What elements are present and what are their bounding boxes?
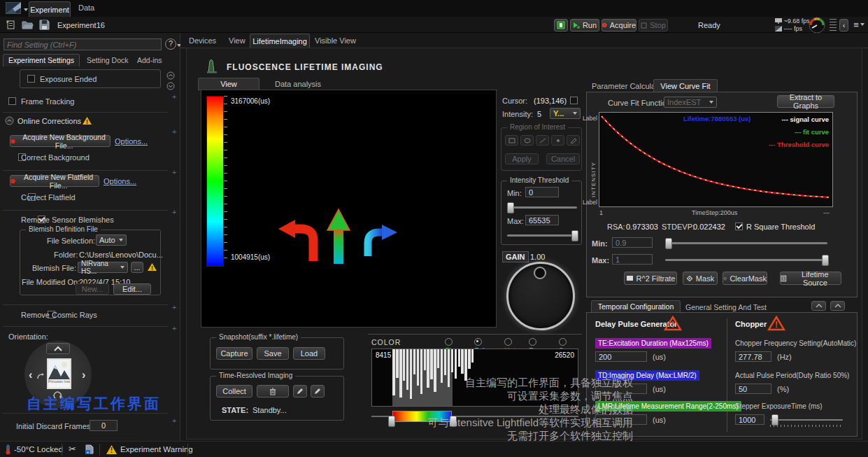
tab-temporal-configuration[interactable]: Temporal Configuration bbox=[591, 300, 681, 313]
tab-lifetime-imaging[interactable]: LifetimeImaging bbox=[250, 34, 310, 48]
section-expander-icon[interactable]: + bbox=[172, 416, 176, 425]
section-expander-icon[interactable]: + bbox=[172, 92, 176, 101]
tab-experiment-settings[interactable]: Experiment Settings bbox=[3, 54, 80, 66]
new-experiment-icon[interactable] bbox=[6, 20, 17, 30]
tab-devices[interactable]: Devices bbox=[189, 36, 216, 45]
section-expander-icon[interactable]: + bbox=[172, 303, 176, 311]
load-button[interactable]: Load bbox=[293, 347, 325, 360]
browse-blemish-button[interactable]: ... bbox=[131, 262, 143, 273]
td-input[interactable] bbox=[595, 384, 647, 394]
edit-b-button[interactable] bbox=[311, 385, 325, 398]
capture-button[interactable]: Capture bbox=[216, 347, 252, 360]
flip-icon[interactable] bbox=[36, 372, 45, 381]
acquire-flatfield-button[interactable]: Acquire New Flatfield File... bbox=[10, 175, 99, 187]
rate-slider[interactable] bbox=[830, 19, 837, 31]
roi-freehand-button[interactable] bbox=[567, 135, 580, 146]
lifetime-source-button[interactable]: Lifetime Source bbox=[780, 272, 841, 285]
gain-knob[interactable] bbox=[506, 262, 575, 330]
stepper-exposure-input[interactable] bbox=[735, 414, 764, 425]
rsq-max-slider[interactable] bbox=[665, 259, 827, 261]
range-min-handle[interactable] bbox=[388, 416, 395, 427]
blemish-file-dropdown[interactable]: NIRvana HS... bbox=[78, 262, 128, 273]
panel-expand-button[interactable] bbox=[830, 301, 845, 311]
mask-button[interactable]: Mask bbox=[683, 272, 718, 285]
tab-general-setting[interactable]: General Setting And Test bbox=[685, 303, 767, 311]
app-menu-caret-icon[interactable] bbox=[24, 8, 28, 13]
rotate-up-button[interactable] bbox=[46, 343, 70, 354]
toolbar-menu-button[interactable]: ≡ bbox=[852, 20, 866, 31]
color-range-slider[interactable] bbox=[371, 410, 578, 423]
stop-button[interactable]: Stop bbox=[639, 19, 668, 31]
acquire-button[interactable]: Acquire bbox=[602, 19, 636, 31]
cursor-checkbox[interactable] bbox=[570, 97, 578, 104]
rotate-cw-icon[interactable] bbox=[53, 391, 63, 400]
intensity-histogram[interactable]: 8415 26520 bbox=[371, 349, 578, 407]
tab-visible-view[interactable]: Visible View bbox=[315, 36, 356, 45]
rotate-right-icon[interactable]: › bbox=[82, 369, 85, 381]
channel-dropdown[interactable]: Y... bbox=[550, 108, 581, 119]
threshold-max-handle[interactable] bbox=[571, 230, 578, 241]
save-button[interactable]: Save bbox=[257, 347, 289, 360]
stepper-exposure-slider[interactable] bbox=[770, 419, 843, 421]
roi-apply-button[interactable]: Apply bbox=[505, 153, 539, 164]
range-max-handle[interactable] bbox=[450, 416, 457, 427]
run-button[interactable]: Run bbox=[570, 19, 599, 31]
rsq-min-handle[interactable] bbox=[665, 238, 672, 249]
curve-fit-functions-dropdown[interactable]: IndexEST bbox=[664, 97, 717, 108]
file-selection-dropdown[interactable]: Auto bbox=[96, 234, 127, 246]
rsq-min-slider[interactable] bbox=[665, 242, 827, 244]
tab-view[interactable]: View bbox=[229, 36, 246, 45]
tab-setting-dock[interactable]: Setting Dock bbox=[87, 56, 129, 64]
roi-line-button[interactable] bbox=[536, 135, 549, 146]
background-options-link[interactable]: Options... bbox=[115, 137, 148, 146]
panel-collapse-button[interactable] bbox=[811, 301, 826, 311]
subtab-view[interactable]: View bbox=[198, 78, 259, 90]
extract-to-graphs-button[interactable]: Extract to Graphs bbox=[777, 95, 834, 108]
search-input[interactable] bbox=[3, 38, 162, 50]
collapse-toolbar-button[interactable]: ‹ bbox=[839, 19, 848, 31]
exposure-ended-checkbox[interactable] bbox=[27, 75, 35, 83]
threshold-max-slider[interactable] bbox=[507, 234, 577, 237]
r2-filtrate-button[interactable]: R^2 Filtrate bbox=[624, 272, 677, 285]
new-blemish-button[interactable]: New... bbox=[76, 283, 109, 295]
rsq-max-input[interactable] bbox=[612, 254, 653, 265]
section-expander-icon[interactable]: + bbox=[172, 127, 176, 136]
stepper-exposure-handle[interactable] bbox=[771, 414, 778, 426]
r-square-threshold-checkbox[interactable] bbox=[735, 223, 743, 230]
chopper-frequency-input[interactable] bbox=[735, 351, 771, 362]
document-status-icon[interactable]: + bbox=[85, 444, 94, 454]
roi-point-button[interactable] bbox=[551, 135, 564, 146]
threshold-min-input[interactable] bbox=[525, 187, 559, 197]
subtab-data-analysis[interactable]: Data analysis bbox=[275, 80, 321, 88]
help-button[interactable]: ? bbox=[165, 38, 176, 50]
rsq-min-input[interactable] bbox=[612, 237, 653, 248]
threshold-max-input[interactable] bbox=[525, 215, 559, 225]
roi-rect-button[interactable] bbox=[505, 135, 518, 146]
initial-discard-input[interactable] bbox=[90, 420, 118, 431]
collapse-section-icon[interactable] bbox=[5, 116, 14, 125]
clearmask-button[interactable]: ClearMask bbox=[723, 272, 767, 285]
scroll-down-icon[interactable] bbox=[166, 82, 175, 90]
te-input[interactable] bbox=[595, 351, 647, 362]
experiment-warning-text[interactable]: Experiment Warning bbox=[120, 445, 193, 454]
flatfield-options-link[interactable]: Options... bbox=[104, 177, 136, 185]
section-expander-icon[interactable]: + bbox=[172, 208, 176, 216]
tab-experiment[interactable]: Experiment bbox=[29, 1, 71, 17]
lmr-input[interactable] bbox=[595, 414, 647, 425]
rotate-left-icon[interactable]: ‹ bbox=[29, 369, 32, 381]
scroll-up-icon[interactable] bbox=[166, 71, 175, 80]
tab-data[interactable]: Data bbox=[78, 3, 94, 12]
tools-icon[interactable]: ✂ bbox=[69, 444, 76, 454]
open-experiment-icon[interactable] bbox=[22, 20, 34, 29]
app-logo[interactable] bbox=[6, 2, 21, 14]
threshold-min-slider[interactable] bbox=[507, 206, 577, 209]
frame-tracking-checkbox[interactable] bbox=[8, 97, 16, 105]
pulse-period-input[interactable] bbox=[735, 384, 771, 394]
section-expander-icon[interactable]: + bbox=[172, 324, 176, 332]
discard-button[interactable] bbox=[257, 385, 289, 398]
acquire-background-button[interactable]: Acquire New Background File... bbox=[10, 135, 111, 147]
edit-blemish-button[interactable]: Edit... bbox=[113, 283, 151, 295]
roi-cancel-button[interactable]: Cancel bbox=[546, 153, 580, 164]
section-expander-icon[interactable]: + bbox=[172, 168, 176, 176]
collect-button[interactable]: Collect bbox=[216, 385, 252, 398]
